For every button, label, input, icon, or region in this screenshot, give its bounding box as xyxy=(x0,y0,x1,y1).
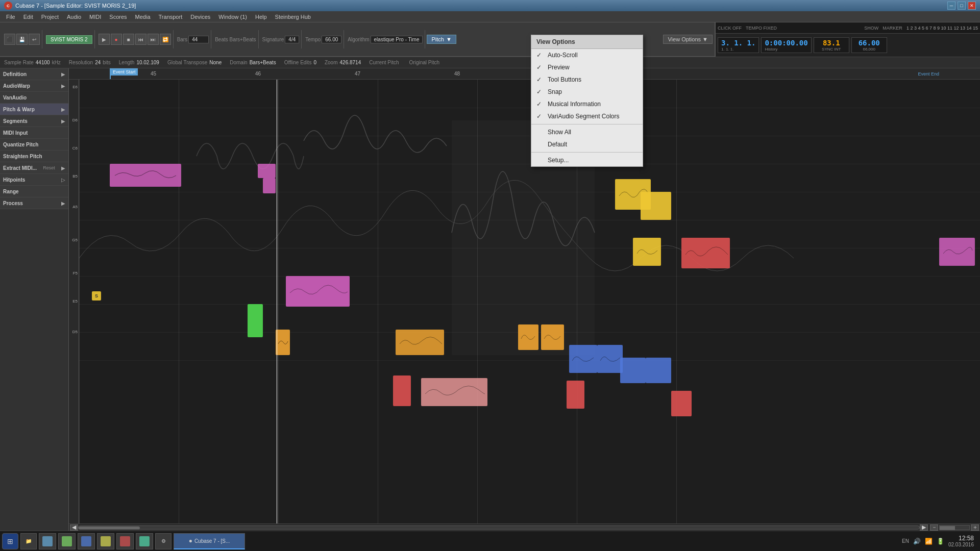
segment-s-indicator[interactable]: S xyxy=(92,291,101,300)
scroll-left-btn[interactable]: ◀ xyxy=(70,524,78,531)
sidebar-header-process[interactable]: Process ▶ xyxy=(0,197,68,209)
range-title: Range xyxy=(3,189,19,194)
segment-red-2[interactable] xyxy=(567,381,584,409)
view-options-button[interactable]: View Options ▼ xyxy=(663,35,713,44)
taskbar-app-5[interactable] xyxy=(97,533,114,549)
close-button[interactable]: ✕ xyxy=(968,2,976,10)
segment-pink-2[interactable] xyxy=(258,164,276,178)
segment-red-3[interactable] xyxy=(671,391,692,416)
segment-pink-1[interactable] xyxy=(110,164,181,187)
auto-scroll-label: Auto-Scroll xyxy=(548,52,638,59)
new-btn[interactable]: ⬛ xyxy=(4,34,15,45)
scroll-right-btn[interactable]: ▶ xyxy=(920,524,928,531)
segment-pink-far-right[interactable] xyxy=(939,238,975,266)
segment-red-1[interactable] xyxy=(393,375,411,406)
dropdown-item-snap[interactable]: ✓ Snap xyxy=(531,86,643,98)
segment-yellow-2[interactable] xyxy=(641,192,671,220)
start-button[interactable]: ⊞ xyxy=(2,533,18,549)
save-btn[interactable]: 💾 xyxy=(16,34,28,45)
sidebar-header-midi-input[interactable]: MIDI Input xyxy=(0,127,68,138)
segment-red-right-1[interactable] xyxy=(681,238,730,268)
scroll-thumb[interactable] xyxy=(79,527,140,530)
zoom-slider[interactable] xyxy=(939,525,970,530)
play-btn[interactable]: ▶ xyxy=(99,34,110,45)
menu-file[interactable]: File xyxy=(2,11,19,22)
segment-pink-center[interactable] xyxy=(286,276,350,307)
sidebar-header-extract-midi[interactable]: Extract MIDI... Reset ▶ xyxy=(0,162,68,173)
sidebar-header-quantize-pitch[interactable]: Quantize Pitch xyxy=(0,139,68,150)
menu-steinberg-hub[interactable]: Steinberg Hub xyxy=(271,11,315,22)
pitch-dropdown[interactable]: Pitch ▼ xyxy=(427,35,456,44)
menu-media[interactable]: Media xyxy=(131,11,155,22)
zoom-slider-thumb[interactable] xyxy=(940,526,955,530)
sidebar-header-pitch-warp[interactable]: Pitch & Warp ▶ xyxy=(0,104,68,115)
menu-edit[interactable]: Edit xyxy=(19,11,37,22)
dropdown-item-default[interactable]: Default xyxy=(531,138,643,151)
stop-btn[interactable]: ■ xyxy=(123,34,134,45)
segment-pink-3[interactable] xyxy=(263,178,276,193)
taskbar-app-8[interactable]: ⚙ xyxy=(155,533,172,549)
menu-transport[interactable]: Transport xyxy=(155,11,187,22)
dropdown-item-preview[interactable]: ✓ Preview xyxy=(531,61,643,73)
dropdown-item-tool-buttons[interactable]: ✓ Tool Buttons xyxy=(531,73,643,86)
sidebar-header-definition[interactable]: Definition ▶ xyxy=(0,68,68,80)
preview-label: Preview xyxy=(548,64,638,71)
zoom-in-btn[interactable]: ＋ xyxy=(971,524,979,531)
menu-project[interactable]: Project xyxy=(37,11,63,22)
menu-audio[interactable]: Audio xyxy=(63,11,85,22)
sidebar-header-segments[interactable]: Segments ▶ xyxy=(0,115,68,127)
taskbar-app-explorer[interactable]: 📁 xyxy=(20,533,37,549)
filename-display[interactable]: SVIST MORIS 2 xyxy=(46,35,92,44)
rewind-btn[interactable]: ⏮ xyxy=(135,34,146,45)
taskbar-app-4[interactable] xyxy=(78,533,95,549)
dropdown-item-setup[interactable]: Setup... xyxy=(531,154,643,166)
horizontal-scrollbar[interactable]: ◀ ▶ － ＋ xyxy=(69,523,980,531)
sidebar-header-audiowarp[interactable]: AudioWarp ▶ xyxy=(0,80,68,91)
dropdown-item-musical-information[interactable]: ✓ Musical Information xyxy=(531,98,643,110)
clock-date: 02.03.2016 xyxy=(948,542,974,547)
segment-blue-1[interactable] xyxy=(569,345,597,373)
taskbar-icon-8: ⚙ xyxy=(161,538,166,544)
segment-orange-cluster-1[interactable] xyxy=(518,324,538,350)
taskbar-app-3[interactable] xyxy=(58,533,76,549)
segment-orange-1[interactable] xyxy=(276,330,290,355)
record-btn[interactable]: ● xyxy=(111,34,122,45)
segment-blue-2[interactable] xyxy=(597,345,623,373)
waveform-canvas[interactable]: S xyxy=(79,80,980,523)
undo-btn[interactable]: ↩ xyxy=(29,34,40,45)
dropdown-item-show-all[interactable]: Show All xyxy=(531,126,643,138)
loop-btn[interactable]: 🔁 xyxy=(160,34,171,45)
minimize-button[interactable]: ─ xyxy=(947,2,955,10)
taskbar-app-6[interactable] xyxy=(116,533,134,549)
dropdown-item-variAudio-colors[interactable]: ✓ VariAudio Segment Colors xyxy=(531,110,643,122)
taskbar-app-2[interactable] xyxy=(39,533,56,549)
taskbar-app-7[interactable] xyxy=(136,533,153,549)
sidebar-header-straighten-pitch[interactable]: Straighten Pitch xyxy=(0,151,68,162)
segment-yellow-right[interactable] xyxy=(633,238,661,266)
forward-btn[interactable]: ⏭ xyxy=(148,34,159,45)
scroll-track[interactable] xyxy=(78,525,920,530)
sidebar-header-hitpoints[interactable]: Hitpoints ▷ xyxy=(0,174,68,185)
segment-blue-4[interactable] xyxy=(646,358,671,383)
segment-blue-3[interactable] xyxy=(620,358,646,383)
segment-salmon-1[interactable] xyxy=(421,378,487,406)
taskbar-active-app[interactable]: ● Cubase 7 - [S... xyxy=(174,533,245,549)
menu-scores[interactable]: Scores xyxy=(105,11,131,22)
sidebar-header-range[interactable]: Range xyxy=(0,186,68,197)
tempo-value[interactable]: 66.00 xyxy=(322,36,341,43)
segment-orange-bar47[interactable] xyxy=(396,330,444,355)
menu-midi[interactable]: MIDI xyxy=(85,11,105,22)
algorithm-value[interactable]: elastique Pro - Time xyxy=(371,36,423,43)
menu-window[interactable]: Window (1) xyxy=(214,11,251,22)
dropdown-item-auto-scroll[interactable]: ✓ Auto-Scroll xyxy=(531,49,643,61)
menu-help[interactable]: Help xyxy=(251,11,271,22)
bars-value[interactable]: 44 xyxy=(188,36,209,43)
signature-value[interactable]: 4/4 xyxy=(285,36,299,43)
sidebar-header-vanaudio[interactable]: VanAudio xyxy=(0,92,68,103)
segment-green[interactable] xyxy=(248,304,263,337)
menu-devices[interactable]: Devices xyxy=(186,11,214,22)
zoom-out-btn[interactable]: － xyxy=(930,524,938,531)
note-c6: C6 xyxy=(72,146,78,151)
maximize-button[interactable]: □ xyxy=(958,2,966,10)
segment-orange-cluster-2[interactable] xyxy=(541,324,564,350)
